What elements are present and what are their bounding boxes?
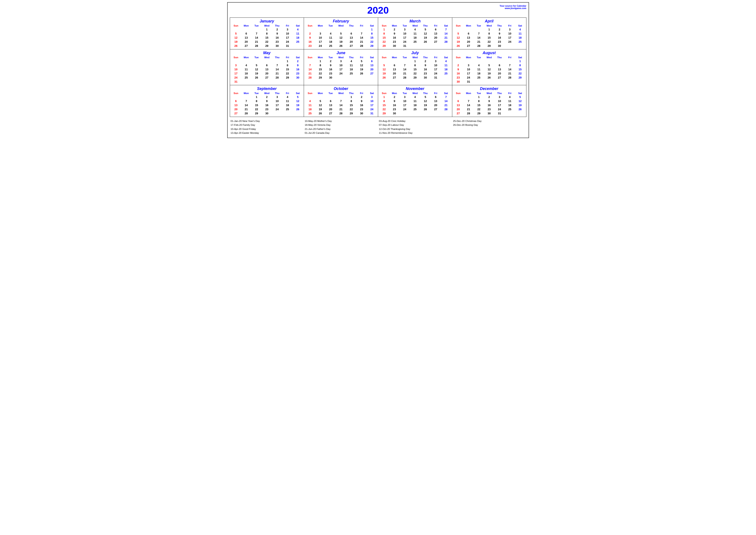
holiday-item: 26-Dec-20 Boxing Day <box>453 123 526 127</box>
day-num: 16 <box>484 103 494 107</box>
day-num: 1 <box>346 95 357 99</box>
day-num: 2 <box>484 95 494 99</box>
day-num: 23 <box>292 71 303 75</box>
day-num <box>453 59 464 63</box>
day-header: Sun <box>379 24 389 27</box>
day-num: 14 <box>251 36 262 40</box>
day-num: 31 <box>430 75 441 80</box>
day-num: 30 <box>272 44 283 48</box>
day-num: 25 <box>410 40 420 44</box>
month-name: June <box>305 51 377 55</box>
day-num: 21 <box>272 71 283 75</box>
day-header: Mon <box>389 56 400 59</box>
day-header: Fri <box>356 92 367 95</box>
day-num <box>441 75 451 80</box>
day-num: 18 <box>441 67 451 71</box>
day-num: 6 <box>389 63 400 67</box>
day-num: 15 <box>367 36 377 40</box>
day-num: 3 <box>336 59 346 63</box>
day-header: Mon <box>315 92 326 95</box>
day-num: 15 <box>379 103 389 107</box>
day-num: 5 <box>515 95 525 99</box>
day-num: 2 <box>326 59 336 63</box>
day-num: 9 <box>326 63 336 67</box>
day-header: Thu <box>420 56 430 59</box>
months-grid: JanuarySunMonTueWedThuFriSat123456789101… <box>230 17 526 117</box>
day-num: 6 <box>464 32 474 36</box>
day-num: 5 <box>484 63 494 67</box>
day-num: 16 <box>453 71 464 75</box>
holiday-item: 21-Jun-20 Father's Day <box>305 127 377 131</box>
month-cell-july: JulySunMonTueWedThuFriSat123456789101112… <box>378 49 452 85</box>
day-num: 18 <box>505 103 515 107</box>
day-num: 13 <box>241 36 251 40</box>
day-num <box>251 59 262 63</box>
month-cell-may: MaySunMonTueWedThuFriSat1234567891011121… <box>230 49 304 85</box>
days-grid: 1234567891011121314151617181920212223242… <box>379 95 451 115</box>
day-num: 1 <box>367 27 377 32</box>
day-num <box>515 80 525 84</box>
month-name: July <box>379 51 451 55</box>
day-num <box>410 111 420 115</box>
day-num: 5 <box>356 59 367 63</box>
day-header: Sun <box>379 56 389 59</box>
day-num: 12 <box>336 36 346 40</box>
day-num: 27 <box>326 111 336 115</box>
day-num: 8 <box>515 63 525 67</box>
day-header: Wed <box>484 56 494 59</box>
day-num: 24 <box>272 107 283 111</box>
month-cell-september: SeptemberSunMonTueWedThuFriSat1234567891… <box>230 85 304 117</box>
day-num: 23 <box>272 40 283 44</box>
day-num: 20 <box>262 71 272 75</box>
month-name: December <box>453 87 525 91</box>
day-header: Sun <box>305 24 315 27</box>
month-cell-june: JuneSunMonTueWedThuFriSat123456789101112… <box>304 49 378 85</box>
day-num: 10 <box>400 99 410 103</box>
day-num: 19 <box>231 40 241 44</box>
day-num: 6 <box>231 99 241 103</box>
day-header: Wed <box>336 56 346 59</box>
day-num: 16 <box>356 103 367 107</box>
day-num: 21 <box>241 107 251 111</box>
day-num: 7 <box>473 32 484 36</box>
day-num: 20 <box>346 40 357 44</box>
day-num: 9 <box>453 67 464 71</box>
holiday-item: 13-Apr-20 Easter Monday <box>231 131 303 135</box>
day-num: 21 <box>356 40 367 44</box>
day-num <box>315 95 326 99</box>
day-num: 14 <box>336 103 346 107</box>
day-headers: SunMonTueWedThuFriSat <box>231 56 303 59</box>
day-num: 8 <box>379 99 389 103</box>
month-name: November <box>379 87 451 91</box>
day-num: 19 <box>515 103 525 107</box>
day-num: 18 <box>410 36 420 40</box>
holiday-item: 25-Dec-20 Christmas Day <box>453 119 526 123</box>
day-num: 15 <box>473 103 484 107</box>
day-num: 18 <box>241 71 251 75</box>
day-num: 11 <box>241 67 251 71</box>
day-num: 14 <box>464 103 474 107</box>
calendar-source: Your source for Calendar www.jtoolgame.c… <box>500 5 526 10</box>
day-num: 17 <box>505 36 515 40</box>
day-num <box>430 111 441 115</box>
day-num: 28 <box>356 44 367 48</box>
days-grid: 1234567891011121314151617181920212223242… <box>453 59 525 84</box>
day-headers: SunMonTueWedThuFriSat <box>231 92 303 95</box>
holiday-item: 17-Feb-20 Family Day <box>231 123 303 127</box>
day-num: 2 <box>305 32 315 36</box>
day-num: 5 <box>420 95 430 99</box>
day-num: 4 <box>292 27 303 32</box>
day-num: 24 <box>283 40 293 44</box>
day-header: Mon <box>241 24 251 27</box>
day-num: 29 <box>484 44 494 48</box>
day-num <box>484 80 494 84</box>
day-num <box>241 80 251 84</box>
day-num: 24 <box>231 75 241 80</box>
day-num: 4 <box>410 95 420 99</box>
day-header: Sun <box>453 92 464 95</box>
day-num: 24 <box>336 71 346 75</box>
day-header: Tue <box>473 24 484 27</box>
day-num: 25 <box>326 44 336 48</box>
day-num <box>400 59 410 63</box>
day-num: 28 <box>400 75 410 80</box>
